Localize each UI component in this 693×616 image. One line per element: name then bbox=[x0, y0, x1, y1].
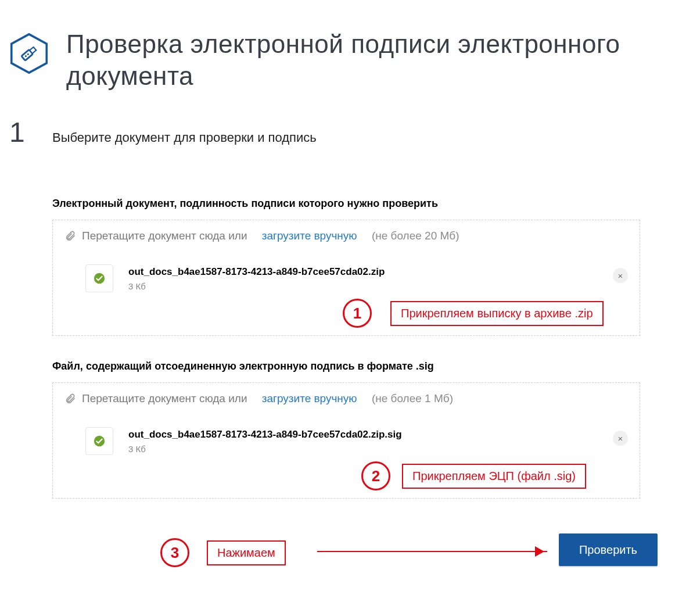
step-heading: Выберите документ для проверки и подпись bbox=[52, 130, 317, 145]
drag-text: Перетащите документ сюда или bbox=[82, 392, 247, 405]
step-number: 1 bbox=[9, 116, 25, 148]
annotation-box-2: Прикрепляем ЭЦП (файл .sig) bbox=[402, 464, 586, 489]
upload-sig-limit: (не более 1 Мб) bbox=[372, 392, 453, 405]
file-status-ok-icon bbox=[85, 427, 113, 455]
annotation-circle-3: 3 bbox=[160, 538, 189, 567]
upload-doc-limit: (не более 20 Мб) bbox=[372, 230, 459, 242]
upload-doc-manual-link[interactable]: загрузите вручную bbox=[262, 230, 357, 242]
drag-text: Перетащите документ сюда или bbox=[82, 230, 247, 242]
uploaded-file-row: out_docs_b4ae1587-8173-4213-a849-b7cee57… bbox=[85, 427, 628, 455]
uploaded-file-size: 3 Кб bbox=[128, 444, 402, 454]
verify-button[interactable]: Проверить bbox=[559, 533, 658, 566]
annotation-arrow bbox=[317, 551, 547, 552]
annotation-circle-2: 2 bbox=[361, 461, 390, 490]
upload-doc-label: Электронный документ, подлинность подпис… bbox=[52, 198, 438, 210]
uploaded-file-size: 3 Кб bbox=[128, 281, 385, 291]
annotation-circle-1: 1 bbox=[343, 299, 372, 328]
usb-key-icon bbox=[8, 33, 50, 74]
paperclip-icon bbox=[64, 230, 76, 242]
uploaded-file-name: out_docs_b4ae1587-8173-4213-a849-b7cee57… bbox=[128, 429, 402, 440]
uploaded-file-row: out_docs_b4ae1587-8173-4213-a849-b7cee57… bbox=[85, 264, 628, 292]
annotation-box-3: Нажимаем bbox=[207, 540, 286, 565]
remove-file-button[interactable]: × bbox=[613, 431, 628, 446]
annotation-box-1: Прикрепляем выписку в архиве .zip bbox=[390, 301, 604, 326]
uploaded-file-name: out_docs_b4ae1587-8173-4213-a849-b7cee57… bbox=[128, 266, 385, 278]
upload-sig-label: Файл, содержащий отсоединенную электронн… bbox=[52, 360, 434, 373]
paperclip-icon bbox=[64, 393, 76, 404]
upload-sig-manual-link[interactable]: загрузите вручную bbox=[262, 392, 357, 405]
remove-file-button[interactable]: × bbox=[613, 268, 628, 283]
page-title: Проверка электронной подписи электронног… bbox=[66, 28, 693, 92]
file-status-ok-icon bbox=[85, 264, 113, 292]
